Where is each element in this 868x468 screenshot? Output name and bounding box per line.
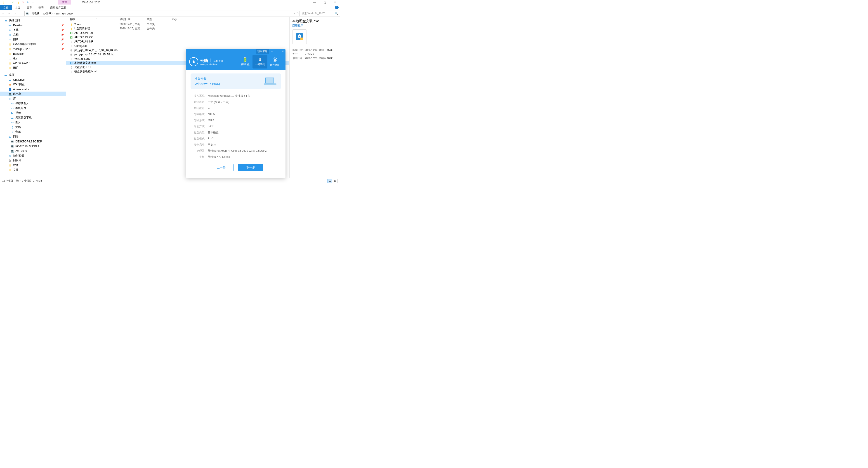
- yqs-menu-button[interactable]: ≡: [269, 50, 275, 53]
- nav-cam-roll[interactable]: ▭本机照片: [0, 106, 66, 111]
- qat-sep2: |: [36, 1, 40, 4]
- recent-dropdown[interactable]: ⌄: [13, 11, 18, 16]
- nav-pc1[interactable]: 💻DESKTOP-LSSOEDP: [0, 139, 66, 144]
- dropdown-icon[interactable]: ⌄: [293, 12, 295, 15]
- breadcrumb[interactable]: 💻 › 此电脑 › 文档 (E:) › Win7x64_2020 ⌄ ↻: [24, 11, 300, 16]
- tab-file[interactable]: 文件: [0, 5, 12, 10]
- yqs-nav-install[interactable]: ⬇一键装机: [252, 55, 268, 68]
- nav-software[interactable]: ▮软件: [0, 163, 66, 167]
- file-name: pe_yqs_xp_20_07_31_15_53.iso: [74, 53, 114, 56]
- yqs-next-button[interactable]: 下一步: [238, 164, 263, 171]
- maximize-button[interactable]: ▢: [320, 0, 330, 5]
- col-name[interactable]: 名称⌃: [66, 17, 118, 22]
- nav-label: 此电脑: [13, 92, 21, 96]
- yqs-nav-site[interactable]: ⓔ官方网址: [268, 55, 282, 68]
- help-icon[interactable]: ?: [335, 6, 339, 9]
- nav-pc2[interactable]: 💻PC-20190530OBLA: [0, 144, 66, 149]
- file-row[interactable]: ◧AUTORUN.ICO: [66, 35, 289, 39]
- tab-share[interactable]: 共享: [24, 5, 35, 10]
- nav-label: excel表格制作求和: [13, 42, 36, 46]
- col-type[interactable]: 类型: [145, 17, 170, 22]
- nav-yqs[interactable]: ▮YUNQISHI2019📌: [0, 46, 66, 51]
- search-icon[interactable]: 🔍: [335, 12, 338, 15]
- nav-docs[interactable]: ▯文档📌: [0, 32, 66, 37]
- view-details-button[interactable]: ☰: [327, 179, 332, 183]
- nav-music[interactable]: ♪音乐: [0, 129, 66, 134]
- nav-libraries[interactable]: ▥库: [0, 96, 66, 101]
- view-icons-button[interactable]: ▦: [333, 179, 338, 183]
- minimize-button[interactable]: —: [309, 0, 320, 5]
- yqs-nav-usb[interactable]: 🔋启动U盘: [238, 55, 252, 68]
- crumb-docs[interactable]: 文档 (E:): [42, 12, 53, 15]
- check-icon[interactable]: ✓: [11, 1, 15, 4]
- nav-pics2[interactable]: ▮图片: [0, 66, 66, 70]
- x-icon[interactable]: ✕: [21, 1, 25, 4]
- nav-saved-pics[interactable]: ▭保存的图片: [0, 101, 66, 106]
- doc-icon: ▯: [8, 33, 12, 37]
- back-button[interactable]: ←: [1, 11, 6, 16]
- nav-label: DESKTOP-LSSOEDP: [16, 140, 42, 143]
- yqs-info-row: 磁盘模式AHCI: [191, 136, 281, 142]
- nav-win7re[interactable]: ▮win7重装win7: [0, 61, 66, 66]
- yqs-prev-button[interactable]: 上一步: [209, 164, 234, 171]
- pin-icon: 📌: [61, 48, 64, 50]
- col-date[interactable]: 修改日期: [118, 17, 145, 22]
- nav-label: 视频: [16, 111, 21, 115]
- nav-desktop[interactable]: ▬Desktop📌: [0, 23, 66, 28]
- nav-tianyi[interactable]: ☁天翼云盘下载: [0, 115, 66, 120]
- nav-admin[interactable]: 👤Administrator: [0, 87, 66, 92]
- nav-videos[interactable]: ▶视频: [0, 111, 66, 115]
- user-icon: 👤: [8, 88, 12, 91]
- yqs-close-button[interactable]: ✕: [280, 50, 285, 53]
- yqs-contact[interactable]: 联系客服: [256, 49, 269, 54]
- file-row[interactable]: ▯Config.dat: [66, 44, 289, 48]
- nav-pics[interactable]: ▭图片📌: [0, 37, 66, 42]
- nav-pics3[interactable]: ▭图片: [0, 120, 66, 125]
- cloud-icon: ☁: [10, 116, 14, 120]
- close-button[interactable]: ✕: [330, 0, 340, 5]
- nav-downloads[interactable]: ⬇下载📌: [0, 28, 66, 32]
- status-selected: 选中 1 个项目 27.6 MB: [16, 179, 42, 183]
- folder-icon[interactable]: ▯: [1, 1, 5, 4]
- nav-thispc[interactable]: 💻此电脑: [0, 92, 66, 96]
- nav-gdrive[interactable]: ⬚G:\: [0, 56, 66, 61]
- refresh-icon[interactable]: ↻: [297, 12, 299, 15]
- crumb-folder[interactable]: Win7x64_2020: [55, 12, 73, 15]
- yqs-header: ♞ 云骑士 装机大师 www.yunqishi.net 🔋启动U盘 ⬇一键装机 …: [186, 54, 285, 70]
- nav-network[interactable]: 🖧网络: [0, 134, 66, 139]
- dropdown-icon[interactable]: ▼: [31, 1, 35, 4]
- nav-wps[interactable]: ◉WPS网盘: [0, 82, 66, 87]
- search-input[interactable]: 搜索"Win7x64_2020" 🔍: [301, 11, 339, 16]
- nav-quick-access[interactable]: ★快速访问: [0, 18, 66, 23]
- context-tab[interactable]: 管理: [58, 0, 71, 4]
- nav-docs2[interactable]: ▯文档: [0, 125, 66, 129]
- yqs-nav: 🔋启动U盘 ⬇一键装机 ⓔ官方网址: [238, 55, 282, 68]
- nav-recycle[interactable]: 🗑回收站: [0, 158, 66, 163]
- address-bar: ← → ⌄ ↑ 💻 › 此电脑 › 文档 (E:) › Win7x64_2020…: [0, 10, 340, 17]
- crumb-thispc[interactable]: 此电脑: [31, 12, 40, 15]
- search-placeholder: 搜索"Win7x64_2020": [302, 12, 335, 15]
- forward-button[interactable]: →: [7, 11, 12, 16]
- refresh-icon[interactable]: ↻: [26, 1, 30, 4]
- nav-pc3[interactable]: 💻ZMT2019: [0, 149, 66, 153]
- col-size[interactable]: 大小: [170, 17, 188, 22]
- file-row[interactable]: ▯AUTORUN.INF: [66, 39, 289, 44]
- nav-bandicam[interactable]: ▮Bandicam: [0, 51, 66, 56]
- file-row[interactable]: ◧AUTORUN.EXE: [66, 31, 289, 35]
- yqs-info-val: 中文 (简体，中国): [208, 100, 229, 104]
- up-button[interactable]: ↑: [19, 11, 24, 16]
- folder-small-icon[interactable]: ▮: [16, 1, 20, 4]
- tab-view[interactable]: 查看: [35, 5, 47, 10]
- yqs-minimize-button[interactable]: —: [275, 50, 280, 53]
- tab-home[interactable]: 主页: [12, 5, 24, 10]
- view-switcher: ☰ ▦: [327, 179, 338, 183]
- nav-desktop2[interactable]: ▬桌面: [0, 72, 66, 77]
- file-row[interactable]: ▮U盘安装教程2020/12/25, 星期五 1...文件夹: [66, 27, 289, 31]
- nav-ctrlpanel[interactable]: ⚙控制面板: [0, 153, 66, 158]
- nav-files[interactable]: ▮文件: [0, 167, 66, 172]
- nav-excel[interactable]: ▮excel表格制作求和📌: [0, 42, 66, 46]
- nav-onedrive[interactable]: ☁OneDrive: [0, 77, 66, 82]
- file-row[interactable]: ▮Tools2020/12/25, 星期五 1...文件夹: [66, 22, 289, 27]
- yqs-info-label: 启动方式: [191, 125, 205, 128]
- tab-app-tools[interactable]: 应用程序工具: [47, 5, 70, 10]
